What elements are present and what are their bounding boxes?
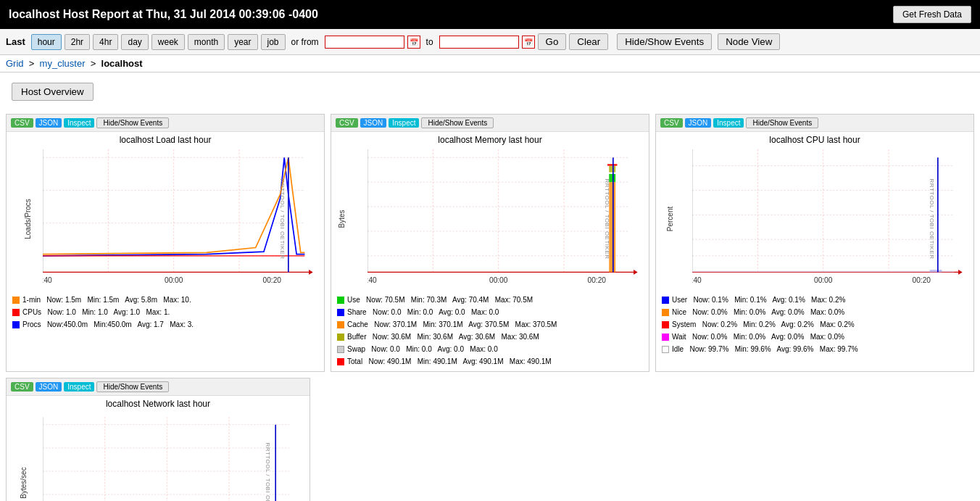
cpu-chart-toolbar: CSV JSON Inspect Hide/Show Events [656, 115, 973, 132]
cpu-system-color [662, 321, 669, 328]
cpu-system-text: System Now: 0.2% Min: 0.2% Avg: 0.2% Max… [672, 319, 855, 331]
memory-chart-panel: CSV JSON Inspect Hide/Show Events localh… [331, 114, 649, 372]
time-btn-year[interactable]: year [228, 34, 257, 50]
cpu-chart-area: Percent [656, 146, 973, 291]
mem-buffer-color [337, 334, 344, 341]
node-view-button[interactable]: Node View [718, 33, 780, 50]
cpu-json-button[interactable]: JSON [685, 118, 712, 128]
mem-buffer-text: Buffer Now: 30.6M Min: 30.6M Avg: 30.6M … [347, 331, 539, 343]
legend-row: Wait Now: 0.0% Min: 0.0% Avg: 0.0% Max: … [662, 331, 968, 343]
svg-marker-8 [309, 270, 313, 275]
cpu-wait-color [662, 334, 669, 341]
mem-cache-text: Cache Now: 370.1M Min: 370.1M Avg: 370.5… [347, 319, 557, 331]
svg-text:00:00: 00:00 [165, 276, 183, 284]
time-btn-4hr[interactable]: 4hr [93, 34, 118, 50]
mem-total-color [337, 358, 344, 365]
legend-row: Total Now: 490.1M Min: 490.1M Avg: 490.1… [337, 356, 643, 368]
svg-rect-39 [609, 166, 615, 173]
svg-rect-63 [930, 270, 942, 272]
memory-inspect-button[interactable]: Inspect [389, 118, 419, 128]
breadcrumb-cluster-link[interactable]: my_cluster [40, 58, 86, 69]
from-date-input[interactable] [325, 36, 404, 49]
cpu-wait-text: Wait Now: 0.0% Min: 0.0% Avg: 0.0% Max: … [672, 331, 844, 343]
to-date-input[interactable] [439, 36, 519, 49]
charts-container: CSV JSON Inspect Hide/Show Events localh… [0, 111, 980, 501]
memory-y-label: Bytes [338, 210, 346, 228]
load-chart-title: localhost Load last hour [7, 132, 324, 146]
breadcrumb: Grid > my_cluster > localhost [0, 55, 980, 73]
memory-chart-title: localhost Memory last hour [331, 132, 649, 146]
page-title: localhost Host Report at Thu, 31 Jul 201… [9, 8, 318, 21]
mem-cache-color [337, 321, 344, 328]
mem-share-color [337, 309, 344, 316]
load-inspect-button[interactable]: Inspect [64, 118, 94, 128]
memory-chart-toolbar: CSV JSON Inspect Hide/Show Events [331, 115, 649, 132]
svg-text:00:00: 00:00 [814, 276, 833, 284]
memory-json-button[interactable]: JSON [360, 118, 387, 128]
time-btn-2hr[interactable]: 2hr [65, 34, 90, 50]
cpu-inspect-button[interactable]: Inspect [713, 118, 744, 128]
memory-hide-events-button[interactable]: Hide/Show Events [421, 117, 494, 128]
chart-row-1: CSV JSON Inspect Hide/Show Events localh… [6, 114, 974, 372]
network-chart-toolbar: CSV JSON Inspect Hide/Show Events [7, 378, 310, 396]
load-json-button[interactable]: JSON [36, 118, 62, 128]
legend-row: Procs Now:450.0m Min:450.0m Avg: 1.7 Max… [12, 319, 318, 331]
legend-row: Share Now: 0.0 Min: 0.0 Avg: 0.0 Max: 0.… [337, 307, 643, 318]
get-fresh-data-button[interactable]: Get Fresh Data [893, 6, 971, 23]
host-overview-tab[interactable]: Host Overview [12, 83, 94, 101]
memory-chart-legend: Use Now: 70.5M Min: 70.3M Avg: 70.4M Max… [331, 291, 649, 371]
load-chart-panel: CSV JSON Inspect Hide/Show Events localh… [6, 114, 325, 372]
chart-row-2: CSV JSON Inspect Hide/Show Events localh… [6, 378, 974, 501]
time-btn-month[interactable]: month [188, 34, 225, 50]
svg-text:23:40: 23:40 [368, 276, 377, 284]
network-rrdt-label: RRTTOOL / TOBI OETIKER [265, 442, 271, 501]
network-inspect-button[interactable]: Inspect [64, 382, 94, 392]
network-csv-button[interactable]: CSV [11, 382, 33, 392]
legend-row: CPUs Now: 1.0 Min: 1.0 Avg: 1.0 Max: 1. [12, 307, 318, 318]
cpu-nice-color [662, 309, 669, 316]
from-calendar-icon[interactable]: 📅 [407, 36, 420, 49]
hide-show-events-button[interactable]: Hide/Show Events [617, 33, 712, 50]
svg-rect-40 [607, 164, 618, 165]
legend-row: Idle Now: 99.7% Min: 99.6% Avg: 99.6% Ma… [662, 344, 968, 355]
cpu-csv-button[interactable]: CSV [660, 118, 683, 128]
load-1min-text: 1-min Now: 1.5m Min: 1.5m Avg: 5.8m Max:… [22, 294, 191, 306]
time-btn-hour[interactable]: hour [31, 34, 62, 50]
breadcrumb-host: localhost [101, 58, 143, 69]
cpu-chart-title: localhost CPU last hour [656, 132, 973, 146]
legend-row: 1-min Now: 1.5m Min: 1.5m Avg: 5.8m Max:… [12, 294, 318, 306]
legend-row: System Now: 0.2% Min: 0.2% Avg: 0.2% Max… [662, 319, 968, 331]
cpu-hide-events-button[interactable]: Hide/Show Events [746, 117, 818, 128]
time-btn-day[interactable]: day [121, 34, 148, 50]
network-hide-events-button[interactable]: Hide/Show Events [96, 381, 169, 392]
memory-csv-button[interactable]: CSV [336, 118, 358, 128]
svg-marker-27 [634, 270, 638, 275]
go-button[interactable]: Go [538, 33, 567, 50]
load-chart-area: Loads/Procs 3.0 [7, 146, 324, 291]
svg-text:23:40: 23:40 [43, 276, 52, 284]
breadcrumb-grid-link[interactable]: Grid [6, 58, 24, 69]
legend-row: Use Now: 70.5M Min: 70.3M Avg: 70.4M Max… [337, 294, 643, 306]
svg-marker-51 [958, 270, 963, 275]
load-hide-events-button[interactable]: Hide/Show Events [96, 117, 169, 128]
legend-row: Nice Now: 0.0% Min: 0.0% Avg: 0.0% Max: … [662, 307, 968, 318]
network-chart-title: localhost Network last hour [7, 396, 310, 410]
load-csv-button[interactable]: CSV [11, 118, 33, 128]
time-btn-week[interactable]: week [151, 34, 185, 50]
load-rrdt-label: RRTTOOL / TOBI OETIKER [279, 178, 286, 259]
mem-total-text: Total Now: 490.1M Min: 490.1M Avg: 490.1… [347, 356, 552, 368]
to-calendar-icon[interactable]: 📅 [522, 36, 535, 49]
time-btn-job[interactable]: job [261, 34, 286, 50]
load-y-label: Loads/Procs [24, 199, 32, 239]
legend-row: User Now: 0.1% Min: 0.1% Avg: 0.1% Max: … [662, 294, 968, 306]
cpu-user-text: User Now: 0.1% Min: 0.1% Avg: 0.1% Max: … [672, 294, 845, 306]
mem-swap-text: Swap Now: 0.0 Min: 0.0 Avg: 0.0 Max: 0.0 [347, 344, 498, 355]
cpu-idle-text: Idle Now: 99.7% Min: 99.6% Avg: 99.6% Ma… [672, 344, 858, 355]
network-json-button[interactable]: JSON [36, 382, 62, 392]
clear-button[interactable]: Clear [569, 33, 608, 50]
load-cpus-text: CPUs Now: 1.0 Min: 1.0 Avg: 1.0 Max: 1. [22, 307, 170, 318]
page-header: localhost Host Report at Thu, 31 Jul 201… [0, 0, 980, 29]
legend-row: Swap Now: 0.0 Min: 0.0 Avg: 0.0 Max: 0.0 [337, 344, 643, 355]
svg-text:00:20: 00:20 [263, 276, 282, 284]
load-cpus-color [12, 309, 20, 316]
